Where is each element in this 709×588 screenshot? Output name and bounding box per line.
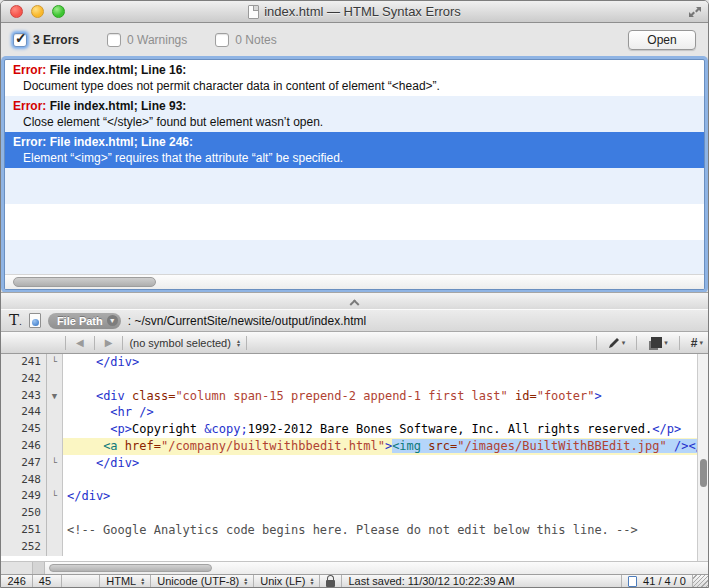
title-document-icon [248, 5, 259, 19]
code-line-text [63, 539, 708, 556]
code-line[interactable]: 249└</div> [1, 488, 708, 505]
code-line-text: </div> [63, 488, 708, 505]
editor-vertical-scrollbar[interactable] [697, 354, 708, 561]
errors-filter-checkbox[interactable]: ✓ 3 Errors [13, 33, 79, 47]
error-row-detail: Close element “</style>” found but eleme… [13, 114, 696, 130]
error-row[interactable]: Error: File index.html; Line 16:Document… [5, 60, 704, 96]
back-arrow-icon[interactable]: ◀ [72, 337, 88, 348]
document-state-icon[interactable] [29, 313, 41, 328]
code-token: <hr /> [110, 405, 153, 419]
error-row[interactable]: Error: File index.html; Line 246:Element… [5, 132, 704, 168]
code-line[interactable]: 248 [1, 472, 708, 489]
fold-marker-icon: └ [47, 455, 63, 472]
status-current-line: 246 [1, 575, 33, 587]
code-token: Copyright [132, 422, 204, 436]
text-options-icon[interactable]: T. [9, 313, 22, 329]
code-line[interactable]: 247└ </div> [1, 455, 708, 472]
splitter-handle[interactable] [1, 292, 708, 309]
errors-checkbox-box[interactable]: ✓ [13, 33, 27, 47]
symbol-popup[interactable]: (no symbol selected) ▴▾ [129, 337, 240, 349]
error-list-scrollbar-thumb[interactable] [13, 277, 156, 287]
fold-gutter [47, 404, 63, 421]
code-line-text: <a href="/company/builtwithbbedit.html">… [63, 438, 708, 455]
code-token [67, 439, 103, 453]
zoom-button[interactable] [52, 5, 65, 18]
editor-horizontal-scrollbar[interactable] [1, 561, 708, 574]
collapse-chevron-icon [350, 299, 360, 309]
fold-marker-icon[interactable]: ▼ [47, 388, 63, 405]
status-bar: 246 45 HTML ▴▾ Unicode (UTF-8) ▴▾ Unix (… [1, 574, 708, 587]
error-list-container: Error: File index.html; Line 16:Document… [1, 57, 708, 292]
code-token [67, 422, 110, 436]
documents-menu[interactable]: ▾ [643, 337, 673, 348]
error-row[interactable]: Error: File index.html; Line 93:Close el… [5, 96, 704, 132]
line-endings-popup[interactable]: Unix (LF) ▴▾ [254, 575, 320, 587]
split-view-widget[interactable] [33, 562, 45, 574]
warnings-filter-checkbox[interactable]: 0 Warnings [107, 33, 187, 47]
code-token: href= [125, 439, 161, 453]
code-line[interactable]: 252 [1, 539, 708, 556]
encoding-popup[interactable]: Unicode (UTF-8) ▴▾ [151, 575, 254, 587]
error-list-horizontal-scrollbar[interactable] [5, 274, 704, 289]
code-token: /> [667, 439, 689, 453]
marker-menu[interactable]: # ▾ [686, 336, 708, 350]
line-number: 245 [1, 421, 47, 438]
line-number: 241 [1, 354, 47, 371]
code-line-text: <hr /> [63, 404, 708, 421]
lock-icon [326, 580, 335, 587]
code-token: <a [103, 439, 125, 453]
warnings-checkbox-box[interactable] [107, 33, 121, 47]
encoding-popup-label: Unicode (UTF-8) [157, 575, 239, 587]
minimize-button[interactable] [31, 5, 44, 18]
fold-marker-icon: └ [47, 354, 63, 371]
code-line-text [63, 371, 708, 388]
code-editor[interactable]: 241└ </div>242243▼ <div class="column sp… [1, 354, 708, 561]
code-token: "column span-15 prepend-2 append-1 first… [175, 389, 507, 403]
error-label: Error: [13, 135, 46, 149]
fold-gutter [47, 522, 63, 539]
notes-checkbox-box[interactable] [215, 33, 229, 47]
language-popup-label: HTML [106, 575, 136, 587]
counts-label: 41 / 4 / 0 [643, 575, 686, 587]
file-path-dropdown[interactable]: File Path ▼ [48, 313, 121, 329]
code-line[interactable]: 243▼ <div class="column span-15 prepend-… [1, 388, 708, 405]
code-line[interactable]: 245 <p>Copyright &copy;1992-2012 Bare Bo… [1, 421, 708, 438]
document-icon-small [628, 576, 637, 587]
language-popup[interactable]: HTML ▴▾ [100, 575, 151, 587]
code-line[interactable]: 246 <a href="/company/builtwithbbedit.ht… [1, 438, 708, 455]
code-line-text [63, 472, 708, 489]
line-number: 242 [1, 371, 47, 388]
code-token: </div> [96, 456, 139, 470]
code-line[interactable]: 242 [1, 371, 708, 388]
title-bar[interactable]: index.html — HTML Syntax Errors [1, 1, 708, 23]
status-current-column: 45 [33, 575, 62, 587]
line-endings-popup-label: Unix (LF) [260, 575, 305, 587]
pencil-menu[interactable]: ▾ [603, 337, 631, 349]
fold-gutter [47, 472, 63, 489]
horizontal-scrollbar-thumb[interactable] [49, 564, 212, 572]
lock-status[interactable] [320, 575, 342, 587]
resize-grip-icon[interactable] [693, 575, 708, 587]
line-number: 250 [1, 505, 47, 522]
close-button[interactable] [10, 5, 23, 18]
code-line[interactable]: 241└ </div> [1, 354, 708, 371]
vertical-scrollbar-thumb[interactable] [700, 459, 707, 487]
line-number: 252 [1, 539, 47, 556]
empty-list-row [5, 204, 704, 240]
forward-arrow-icon[interactable]: ▶ [101, 337, 117, 348]
error-list[interactable]: Error: File index.html; Line 16:Document… [4, 59, 705, 290]
code-line[interactable]: 251<!-- Google Analytics code begins her… [1, 522, 708, 539]
popup-stepper-icon: ▴▾ [141, 577, 144, 585]
open-button[interactable]: Open [628, 30, 696, 50]
code-token: class= [132, 389, 175, 403]
warnings-filter-label: 0 Warnings [127, 33, 187, 47]
code-line[interactable]: 250 [1, 505, 708, 522]
code-token: "/images/BuiltWithBBEdit.jpg" [457, 439, 667, 453]
fold-gutter [47, 505, 63, 522]
error-row-header: Error: File index.html; Line 93: [13, 98, 696, 114]
fullscreen-icon[interactable] [688, 5, 702, 19]
code-line[interactable]: 244 <hr /> [1, 404, 708, 421]
line-number: 246 [1, 438, 47, 455]
code-token: </div> [96, 355, 139, 369]
notes-filter-checkbox[interactable]: 0 Notes [215, 33, 276, 47]
